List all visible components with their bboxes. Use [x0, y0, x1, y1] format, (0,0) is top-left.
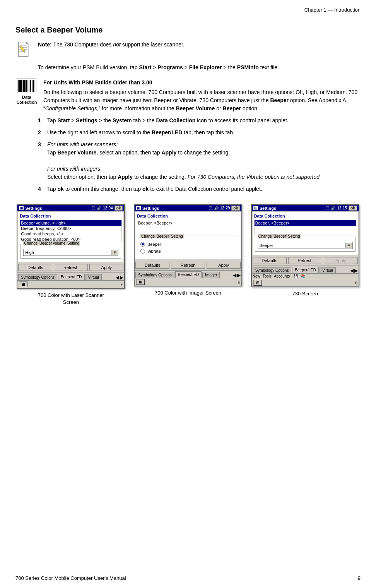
list-content-4: Tap ok to confirm this change, then tap … [47, 185, 361, 193]
screen1-btn-row: Defaults Refresh Apply [17, 262, 124, 273]
screen3-list-item-1[interactable]: Beeper, <Beeper> [255, 220, 356, 226]
screen3-refresh-btn[interactable]: Refresh [288, 257, 322, 264]
screen-laser: ⊞ Settings ☶ 🔊 12:04 ok Data Collection … [17, 204, 125, 289]
screen2-radio-beeper[interactable]: Beeper [140, 242, 236, 247]
screen3-ok-btn[interactable]: ok [349, 206, 357, 211]
screen2-radio-vibrate[interactable]: Vibrate [140, 249, 236, 254]
screen3-start-btn[interactable]: ⊞ [253, 280, 262, 286]
dc-subheading: For Units With PSM Builds Older than 3.0… [43, 79, 361, 87]
section-title: Select a Beeper Volume [15, 26, 361, 34]
screen2-taskbar: ⊞ ⎗ [135, 278, 241, 286]
list-num-3: 3 [38, 141, 44, 181]
screen-730: ⊞ Settings ☶ 🔊 12:15 ok Data Collection … [251, 204, 359, 287]
screen3-keyboard-icon[interactable]: ⎗ [355, 281, 357, 285]
screen2-radio-row: Beeper Vibrate [140, 242, 236, 254]
screen3-toolbar-icon1[interactable]: 💾 [294, 274, 298, 278]
screen2-refresh-btn[interactable]: Refresh [171, 262, 205, 269]
screenshot-col-1: ⊞ Settings ☶ 🔊 12:04 ok Data Collection … [15, 204, 126, 306]
screen2-defaults-btn[interactable]: Defaults [135, 262, 169, 269]
list-num-4: 4 [38, 185, 44, 193]
screen1-group-label: Change 'Beeper volume' Setting [23, 241, 80, 245]
screen2-title-left: ⊞ Settings [136, 206, 159, 211]
note-icon [15, 41, 32, 58]
screen1-refresh-btn[interactable]: Refresh [54, 264, 88, 271]
list-item-3: 3 For units with laser scanners: Tap Bee… [38, 141, 361, 181]
screen3-tab-prev-arrow[interactable]: ◀ [350, 268, 354, 273]
screen1-tab-next-arrow[interactable]: ▶ [120, 275, 123, 280]
screen1-body: Data Collection Beeper volume, <High> Be… [18, 212, 123, 262]
screen2-tab-imager[interactable]: Imager [202, 272, 220, 278]
screen3-dropdown-arrow[interactable]: ▼ [345, 243, 352, 248]
screen3-tab-next-arrow[interactable]: ▶ [354, 268, 358, 273]
screen1-label: 700 Color with Laser Scanner Screen [32, 292, 109, 306]
screen1-start-btn[interactable]: ⊞ [19, 281, 27, 287]
screen3-section-title: Data Collection [254, 214, 356, 218]
screen1-ok-btn[interactable]: ok [115, 206, 123, 211]
screen2-radio-vibrate-label: Vibrate [147, 249, 161, 254]
screen3-defaults-btn[interactable]: Defaults [253, 257, 287, 264]
screen2-list-item-1[interactable]: Beeper, <Beeper> [137, 220, 239, 226]
screen1-dropdown[interactable]: High ▼ [23, 249, 118, 256]
screen3-tab-virtual[interactable]: Virtual [320, 267, 336, 273]
screen2-radio-beeper-btn[interactable] [140, 242, 145, 247]
screen3-btn-row: Defaults Refresh Apply [252, 255, 359, 266]
screen2-tab-symbology[interactable]: Symbology Options [135, 272, 174, 278]
screen3-signal-icon: ☶ [326, 206, 329, 210]
screenshot-col-2: ⊞ Settings ☶ 🔊 12:29 ok Data Collection … [133, 204, 244, 297]
screen1-time: 12:04 [103, 206, 113, 210]
screen2-radio-beeper-label: Beeper [147, 242, 161, 247]
screen3-tab-bar: Symbology Options Beeper/LED Virtual ◀ ▶ [252, 266, 359, 273]
screen2-tab-prev-arrow[interactable]: ◀ [233, 273, 236, 278]
screen1-titlebar: ⊞ Settings ☶ 🔊 12:04 ok [17, 205, 124, 211]
screenshot-col-3: ⊞ Settings ☶ 🔊 12:15 ok Data Collection … [250, 204, 361, 297]
screen3-dropdown-value: Beeper [258, 242, 345, 249]
screen3-title-right: ☶ 🔊 12:15 ok [326, 206, 357, 211]
screen2-section-title: Data Collection [137, 214, 239, 218]
data-collection-icon-wrap: DataCollection [15, 79, 38, 105]
screen1-signal-icon: ☶ [92, 206, 95, 210]
screen1-tab-prev-arrow[interactable]: ◀ [116, 275, 119, 280]
screen1-dropdown-value: High [24, 249, 111, 255]
screen1-dropdown-arrow[interactable]: ▼ [111, 250, 118, 255]
screen2-radio-vibrate-btn[interactable] [140, 249, 145, 254]
screen2-start-btn[interactable]: ⊞ [136, 279, 145, 285]
screen3-list: Beeper, <Beeper> [254, 220, 356, 235]
screen2-apply-btn[interactable]: Apply [207, 262, 241, 269]
screen3-new-tools-bar: New Tools Accounts 💾 📚 [252, 273, 359, 279]
screen2-ok-btn[interactable]: ok [231, 206, 240, 211]
screen3-apply-btn[interactable]: Apply [324, 257, 358, 264]
screen3-toolbar-icon2[interactable]: 📚 [301, 274, 305, 278]
screen1-defaults-btn[interactable]: Defaults [18, 264, 52, 271]
screen2-tab-beeper[interactable]: Beeper/LED [175, 271, 202, 278]
list-content-1: Tap Start > Settings > the System tab > … [47, 117, 361, 125]
screen3-titlebar: ⊞ Settings ☶ 🔊 12:15 ok [252, 205, 359, 211]
screen3-dropdown[interactable]: Beeper ▼ [258, 242, 353, 249]
list-num-1: 1 [38, 117, 44, 125]
screen3-tools-label: Tools [263, 274, 272, 278]
screen1-apply-btn[interactable]: Apply [89, 264, 123, 271]
screen3-tab-beeper[interactable]: Beeper/LED [292, 267, 318, 273]
screen1-list-item-1[interactable]: Beeper volume, <High> [20, 220, 121, 226]
screen3-body: Data Collection Beeper, <Beeper> Change … [253, 212, 358, 255]
screen2-list: Beeper, <Beeper> [137, 220, 239, 235]
screen2-title-right: ☶ 🔊 12:29 ok [209, 206, 240, 211]
pencil-note-svg [15, 41, 31, 57]
screen3-tab-symbology[interactable]: Symbology Options [253, 267, 292, 273]
screen2-tab-next-arrow[interactable]: ▶ [237, 273, 241, 278]
screen3-accounts-label: Accounts [274, 274, 290, 278]
screen1-tab-symbology[interactable]: Symbology Options [18, 274, 57, 280]
note-text: Note: The 730 Computer does not support … [38, 41, 185, 49]
screen1-tab-virtual[interactable]: Virtual [85, 274, 102, 280]
screen1-volume-icon: 🔊 [97, 206, 101, 210]
list-content-2: Use the right and left arrows to scroll … [47, 129, 361, 137]
screen2-keyboard-icon[interactable]: ⎗ [238, 280, 240, 284]
screen2-group-label: Change 'Beeper' Setting [140, 234, 184, 238]
screen1-tab-beeper[interactable]: Beeper/LED [58, 274, 84, 280]
screen3-group-box: Change 'Beeper' Setting Beeper ▼ [255, 237, 355, 252]
screen1-list-item-2[interactable]: Beeper frequency, <2090> [20, 226, 121, 231]
screen1-list-item-3[interactable]: Good read beeps, <1> [20, 231, 121, 237]
screen2-signal-icon: ☶ [209, 206, 212, 210]
screen3-windows-icon: ⊞ [253, 206, 258, 210]
numbered-list: 1 Tap Start > Settings > the System tab … [38, 117, 361, 193]
screen1-keyboard-icon[interactable]: ⎗ [121, 283, 123, 286]
